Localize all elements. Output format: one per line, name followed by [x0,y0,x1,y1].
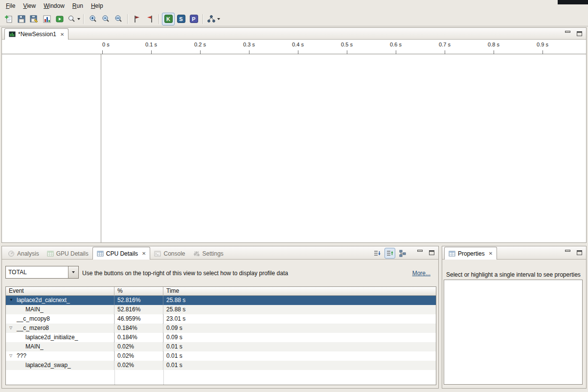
menu-window[interactable]: Window [40,1,68,11]
more-link[interactable]: More... [412,270,430,277]
toolbar-separator [203,14,204,24]
tab-label: Properties [458,250,485,257]
console-tab-icon [154,250,161,257]
close-icon[interactable]: ✕ [489,251,493,256]
stream-mode-icon: S [177,15,185,23]
expander-icon[interactable]: ▼ [9,298,13,303]
minimize-icon[interactable] [565,250,571,256]
flat-view-button[interactable] [372,248,383,259]
tab-label: Console [163,250,185,257]
menu-run[interactable]: Run [68,1,87,11]
menu-help[interactable]: Help [87,1,107,11]
call-tree-view-button[interactable] [384,248,395,259]
table-row[interactable]: MAIN_ 52.816% 25.88 s [6,305,436,314]
table-header: Event % Time [6,287,436,296]
event-time: 0.09 s [163,333,436,342]
timeline-name-column-divider[interactable] [101,54,101,242]
event-name: laplace2d_calcnext_ [17,297,70,304]
call-tree-view-icon [386,249,394,257]
event-name: MAIN_ [25,343,44,350]
chevron-down-icon [217,18,220,20]
event-time: 0.01 s [163,351,436,361]
minimize-icon[interactable] [565,31,571,37]
editor-window-buttons [565,31,582,37]
zoom-in-button[interactable] [87,13,99,25]
cpu-events-table: Event % Time ▼laplace2d_calcnext_ 52.816… [5,286,436,385]
expander-icon[interactable]: ▽ [9,353,12,358]
maximize-icon[interactable] [429,250,434,255]
ruler-label: 0.2 s [194,42,206,47]
maximize-icon[interactable] [577,31,582,36]
column-header-event[interactable]: Event [6,287,114,295]
ruler-tick [102,50,103,54]
save-button[interactable] [15,13,28,25]
tab-cpu-details[interactable]: CPU Details ✕ [92,247,151,260]
event-time: 25.88 s [163,296,436,305]
ruler-label: 0.6 s [390,42,402,47]
close-icon[interactable]: ✕ [142,251,146,256]
event-time: 23.01 s [163,314,436,324]
minimize-icon[interactable] [417,250,423,256]
save-as-button[interactable] [28,13,41,25]
kernel-mode-icon: K [164,15,173,23]
tab-console[interactable]: Console [150,248,189,259]
column-header-percent[interactable]: % [114,287,163,295]
gpu-details-tab-icon [47,250,54,257]
table-row[interactable]: ▼laplace2d_calcnext_ 52.816% 25.88 s [6,296,436,305]
event-percent: 46.959% [114,314,163,324]
close-icon[interactable]: ✕ [60,32,64,37]
tab-settings[interactable]: Settings [189,248,227,259]
table-row[interactable]: laplace2d_initialize_ 0.184% 0.09 s [6,333,436,342]
properties-hint-text: Select or highlight a single interval to… [446,271,581,278]
chevron-down-icon[interactable] [68,266,78,278]
table-row[interactable]: MAIN_ 0.02% 0.01 s [6,342,436,351]
stream-mode-button[interactable]: S [175,13,187,25]
properties-window-buttons [565,250,582,256]
caller-tree-view-button[interactable] [397,248,408,259]
zoom-fit-button[interactable] [112,13,125,25]
properties-content-box [444,280,583,385]
new-session-button[interactable] [2,13,15,25]
column-header-time[interactable]: Time [163,287,436,295]
ruler-label: 0 s [102,42,110,47]
tab-label: Analysis [17,250,39,257]
zoom-out-button[interactable] [99,13,112,25]
ruler-label: 0.4 s [292,42,304,47]
chart-view-button[interactable] [41,13,53,25]
analysis-menu-button[interactable] [206,13,221,25]
properties-tab-icon [449,250,455,257]
table-row[interactable]: laplace2d_swap_ 0.02% 0.01 s [6,361,436,370]
menu-view[interactable]: View [19,1,40,11]
zoom-out-icon [101,14,111,24]
tab-analysis[interactable]: Analysis [4,248,43,259]
table-row[interactable]: __c_mcopy8 46.959% 23.01 s [6,314,436,324]
process-mode-icon: P [190,15,198,23]
timeline-header: 0 s 0.1 s 0.2 s 0.3 s 0.4 s 0.5 s 0.6 s … [2,40,586,54]
ruler-tick [396,50,396,54]
ruler-tick [151,50,152,54]
tab-properties[interactable]: Properties ✕ [444,247,497,260]
event-name: MAIN_ [25,306,44,313]
kernel-mode-button[interactable]: K [162,13,175,25]
timeline-ruler[interactable]: 0 s 0.1 s 0.2 s 0.3 s 0.4 s 0.5 s 0.6 s … [101,40,586,54]
event-percent: 0.184% [114,324,163,333]
tab-new-session[interactable]: *NewSession1 ✕ [4,28,68,40]
ruler-label: 0.5 s [341,42,353,47]
tab-gpu-details[interactable]: GPU Details [43,248,92,259]
next-marker-button[interactable] [131,13,143,25]
next-marker-flag-icon [132,14,142,24]
run-export-button[interactable] [53,13,66,25]
maximize-icon[interactable] [577,250,582,255]
process-mode-button[interactable]: P [187,13,200,25]
previous-marker-button[interactable] [143,13,156,25]
table-row[interactable]: ▽??? 0.02% 0.01 s [6,351,436,361]
ruler-tick [298,50,298,54]
ruler-tick [200,50,201,54]
find-menu-button[interactable] [66,13,81,25]
display-mode-select[interactable]: TOTAL [5,266,79,279]
event-name: __c_mcopy8 [17,315,50,322]
main-toolbar: K S P [0,12,588,26]
menu-file[interactable]: File [2,1,19,11]
expander-icon[interactable]: ▽ [9,326,12,330]
table-row[interactable]: ▽__c_mzero8 0.184% 0.09 s [6,324,436,333]
